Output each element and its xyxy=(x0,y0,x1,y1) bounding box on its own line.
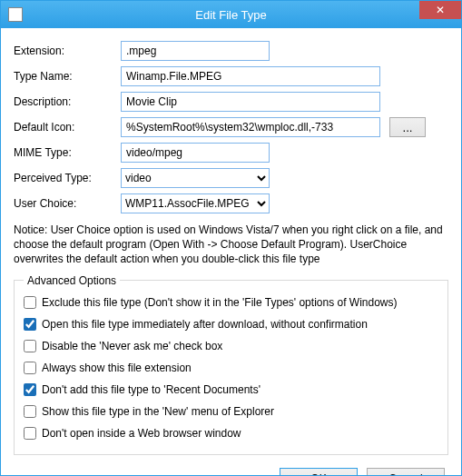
open-immediately-checkbox[interactable] xyxy=(24,318,36,331)
description-input[interactable] xyxy=(121,92,380,112)
ok-button[interactable]: OK xyxy=(280,468,358,476)
titlebar: Edit File Type ✕ xyxy=(1,1,461,28)
close-icon: ✕ xyxy=(436,4,445,16)
extension-input[interactable] xyxy=(121,41,270,61)
always-show-ext-checkbox[interactable] xyxy=(24,362,36,374)
perceived-type-label: Perceived Type: xyxy=(14,172,121,184)
always-show-ext-label[interactable]: Always show this file extension xyxy=(42,362,192,374)
extension-label: Extension: xyxy=(14,45,121,57)
browse-button[interactable]: ... xyxy=(389,117,426,137)
no-browser-label[interactable]: Don't open inside a Web browser window xyxy=(42,427,241,440)
app-icon xyxy=(8,7,23,22)
mime-type-label: MIME Type: xyxy=(14,146,121,159)
user-choice-label: User Choice: xyxy=(14,197,121,210)
no-recent-checkbox[interactable] xyxy=(24,383,36,396)
description-label: Description: xyxy=(14,95,121,108)
disable-never-ask-checkbox[interactable] xyxy=(24,340,36,352)
cancel-button[interactable]: Cancel xyxy=(367,468,445,476)
notice-text: Notice: User Choice option is used on Wi… xyxy=(14,223,448,267)
show-in-new-checkbox[interactable] xyxy=(24,405,36,418)
advanced-options-legend: Advanced Options xyxy=(24,274,120,287)
exclude-label[interactable]: Exclude this file type (Don't show it in… xyxy=(42,296,398,309)
type-name-label: Type Name: xyxy=(14,70,121,83)
exclude-checkbox[interactable] xyxy=(24,296,36,309)
disable-never-ask-label[interactable]: Disable the 'Never ask me' check box xyxy=(42,340,222,352)
advanced-options-group: Advanced Options Exclude this file type … xyxy=(14,274,448,455)
show-in-new-label[interactable]: Show this file type in the 'New' menu of… xyxy=(42,405,274,418)
close-button[interactable]: ✕ xyxy=(419,1,461,19)
type-name-input[interactable] xyxy=(121,66,380,86)
default-icon-input[interactable] xyxy=(121,117,380,137)
window-title: Edit File Type xyxy=(1,8,461,22)
no-browser-checkbox[interactable] xyxy=(24,427,36,440)
mime-type-input[interactable] xyxy=(121,143,270,163)
no-recent-label[interactable]: Don't add this file type to 'Recent Docu… xyxy=(42,383,260,396)
open-immediately-label[interactable]: Open this file type immediately after do… xyxy=(42,318,368,331)
perceived-type-select[interactable]: video xyxy=(121,168,270,188)
user-choice-select[interactable]: WMP11.AssocFile.MPEG xyxy=(121,193,270,213)
default-icon-label: Default Icon: xyxy=(14,121,121,134)
